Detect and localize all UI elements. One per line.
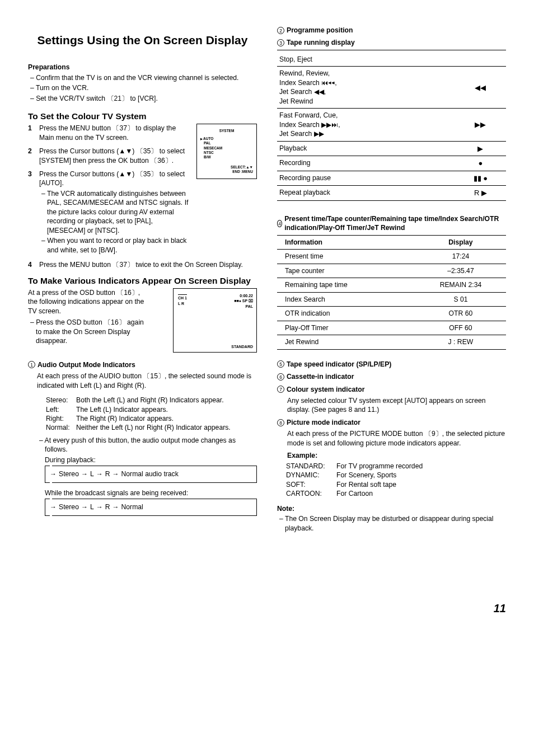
table-row: Rewind, Review, Index Search ⏮◀◀, Jet Se… (277, 67, 506, 109)
callout-6-icon: 6 (277, 373, 284, 381)
example-label: Example: (277, 451, 506, 460)
table-row: Stop, Eject (277, 53, 506, 67)
info-key: Present time (277, 250, 415, 264)
osd-option: NTSC (204, 151, 253, 155)
table-row: Tape counter–2:35.47 (277, 264, 506, 278)
tape-action: Stop, Eject (277, 53, 455, 67)
tv-sp: ■■● SP ⌧ (234, 298, 253, 303)
arrow-icon: → (113, 503, 119, 511)
item-2-head: 2 Programme position (277, 26, 506, 35)
table-row: Fast Forward, Cue, Index Search ▶▶⏭, Jet… (277, 109, 506, 141)
flow-item: Normal audio track (121, 469, 179, 478)
tv-pal: PAL (246, 304, 253, 309)
def-key: Stereo: (46, 396, 76, 405)
picture-modes: STANDARD:For TV programme recorded DYNAM… (286, 462, 506, 499)
step-sub: The VCR automatically distinguishes betw… (39, 189, 192, 255)
picmode-key: STANDARD: (286, 462, 336, 471)
step-num: 2 (28, 147, 39, 165)
table-row: OTR indicationOTR 60 (277, 307, 506, 321)
step-num: 4 (28, 260, 39, 269)
callout-1-icon: 1 (28, 361, 35, 368)
audio-mode-defs: Stereo:Both the Left (L) and Right (R) I… (46, 396, 257, 433)
step-sub-item: When you want to record or play back in … (39, 236, 192, 255)
callout-4-icon: 4 (277, 220, 282, 227)
tape-action: Repeat playback (277, 186, 455, 201)
item-5-title: Tape speed indicator (SP/LP/EP) (287, 360, 391, 369)
arrow-icon: → (113, 469, 119, 478)
info-val: –2:35.47 (415, 264, 506, 278)
item-1-body: At each press of the AUDIO button 〔15〕, … (28, 372, 257, 516)
table-row: Repeat playbackR ▶ (277, 186, 506, 201)
picmode-val: For Cartoon (336, 489, 373, 498)
item-3-title: Tape running display (287, 38, 355, 47)
table-row: Jet RewindJ : REW (277, 335, 506, 349)
info-key: Remaining tape time (277, 278, 415, 292)
tape-symbol (455, 53, 506, 67)
page-number: 11 (28, 601, 506, 616)
push-note-item: At every push of this button, the audio … (37, 436, 257, 454)
table-row: Present time17:24 (277, 250, 506, 264)
prep-list: Confirm that the TV is on and the VCR vi… (28, 73, 257, 103)
flow-item: L (90, 503, 94, 511)
push-note: At every push of this button, the audio … (37, 436, 257, 454)
prep-item: Turn on the VCR. (28, 83, 257, 92)
step-text: Press the Cursor buttons (▲▼) 〔35〕 to se… (39, 170, 185, 187)
step: 4 Press the MENU button 〔37〕 twice to ex… (28, 260, 257, 269)
item-4-head: 4 Present time/Tape counter/Remaining ta… (277, 214, 506, 233)
table-row: Recording pause▮▮ ● (277, 171, 506, 186)
item-8-title: Picture mode indicator (287, 418, 360, 427)
item-1-text: At each press of the AUDIO button 〔15〕, … (37, 372, 257, 390)
callout-5-icon: 5 (277, 360, 284, 368)
tape-table-wrap: Stop, Eject Rewind, Review, Index Search… (277, 50, 506, 201)
info-key: Play-Off Timer (277, 321, 415, 335)
def-key: Left: (46, 405, 76, 414)
arrow-icon: → (96, 469, 103, 478)
tape-running-table: Stop, Eject Rewind, Review, Index Search… (277, 53, 506, 201)
flow-item: L (90, 469, 94, 478)
flow-playback: →Stereo →L →R →Normal audio track (45, 466, 257, 482)
info-key: Jet Rewind (277, 335, 415, 349)
item-7-title: Colour system indicator (287, 385, 365, 394)
item-7-head: 7 Colour system indicator (277, 385, 506, 394)
step-body: Press the Cursor buttons (▲▼) 〔35〕 to se… (39, 147, 192, 165)
tape-symbol: ▶ (455, 141, 506, 156)
flow-item: R (105, 503, 110, 511)
callout-7-icon: 7 (277, 386, 284, 393)
intro-text: At a press of the OSD button 〔16〕, the f… (28, 289, 144, 315)
flow1-label: During playback: (45, 456, 257, 464)
table-row: Playback▶ (277, 141, 506, 156)
info-val: 17:24 (415, 250, 506, 264)
col-info: Information (277, 235, 415, 249)
tv-lr: L R (178, 301, 184, 306)
osd-option: MESECAM (204, 146, 253, 151)
flow2-label: While the broadcast signals are being re… (45, 489, 257, 497)
left-column: Settings Using the On Screen Display Pre… (28, 22, 257, 534)
flow-item: Stereo (59, 503, 79, 511)
table-row: Play-Off TimerOFF 60 (277, 321, 506, 335)
table-row: Recording● (277, 156, 506, 171)
flow-item: Normal (121, 503, 143, 511)
picmode-key: SOFT: (286, 480, 336, 489)
def-val: The Left (L) Indicator appears. (76, 405, 168, 414)
tape-symbol: ● (455, 156, 506, 171)
def-key: Right: (46, 414, 76, 423)
item-7-text: Any selected colour TV system except [AU… (277, 396, 506, 415)
info-key: Tape counter (277, 264, 415, 278)
picmode-row: STANDARD:For TV programme recorded (286, 462, 506, 471)
step-body: Press the MENU button 〔37〕 to display th… (39, 124, 192, 142)
prep-item: Set the VCR/TV switch 〔21〕 to [VCR]. (28, 94, 257, 103)
right-column: 2 Programme position 3 Tape running disp… (277, 22, 506, 534)
osd-option: PAL (204, 141, 253, 145)
arrow-icon: → (81, 503, 88, 511)
tape-action: Playback (277, 141, 455, 156)
table-header: Information Display (277, 235, 506, 249)
info-key: Index Search (277, 292, 415, 306)
item-6-head: 6 Cassette-in indicator (277, 372, 506, 381)
def-key: Normal: (46, 423, 76, 432)
picmode-val: For Scenery, Sports (336, 471, 396, 480)
prep-item: Confirm that the TV is on and the VCR vi… (28, 73, 257, 82)
intro-sub: Press the OSD button 〔16〕 again to make … (28, 318, 151, 345)
flow-broadcast: →Stereo →L →R →Normal (45, 499, 257, 515)
picmode-row: CARTOON:For Cartoon (286, 489, 506, 498)
def-row: Stereo:Both the Left (L) and Right (R) I… (46, 396, 257, 405)
